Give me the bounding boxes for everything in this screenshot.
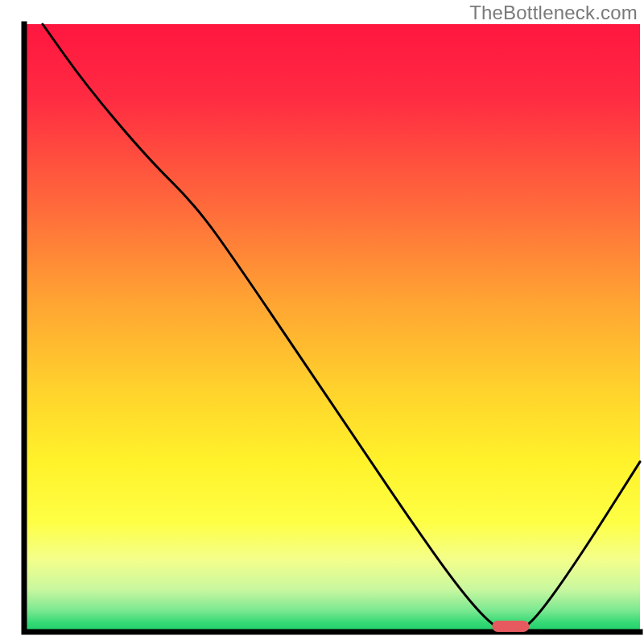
bottleneck-chart bbox=[0, 0, 644, 644]
watermark-text: TheBottleneck.com bbox=[469, 2, 638, 24]
optimal-range-marker bbox=[492, 621, 529, 632]
plot-area bbox=[24, 24, 640, 632]
chart-container: TheBottleneck.com bbox=[0, 0, 644, 644]
gradient-background bbox=[24, 24, 640, 632]
